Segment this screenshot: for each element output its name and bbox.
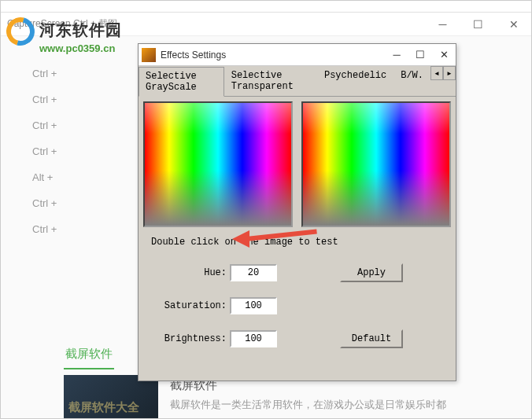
shortcut-item: Alt + xyxy=(32,171,57,183)
thumbnail-title: 截屏软件大全 xyxy=(68,400,139,415)
dialog-minimize-button[interactable]: ─ xyxy=(385,46,408,64)
saturation-label: Saturation: xyxy=(151,300,230,311)
watermark-logo-icon xyxy=(6,17,35,46)
tab-scroll-arrows: ◄ ► xyxy=(430,66,456,96)
shortcut-item: Ctrl + xyxy=(32,68,57,79)
dialog-title: Effects Settings xyxy=(161,50,385,61)
tab-selective-transparent[interactable]: Selective Transparent xyxy=(224,66,317,96)
dialog-controls: ─ ☐ ✕ xyxy=(385,46,456,64)
hue-row: Hue: Apply xyxy=(151,263,443,282)
default-button[interactable]: Default xyxy=(340,329,403,348)
tab-selective-grayscale[interactable]: Selective GrayScale xyxy=(139,67,224,97)
thumbnail-description: 截屏软件 截屏软件是一类生活常用软件，在游戏办公或是日常娱乐时都 xyxy=(170,375,531,418)
effects-settings-dialog: Effects Settings ─ ☐ ✕ Selective GraySca… xyxy=(138,43,456,381)
color-panels xyxy=(143,101,451,227)
watermark-cn: 河东软件园 xyxy=(39,20,122,41)
watermark-text: 河东软件园 www.pc0359.cn xyxy=(39,20,122,54)
brightness-row: Brightness: Default xyxy=(151,329,443,348)
tab-scroll-left-icon[interactable]: ◄ xyxy=(430,66,443,80)
saturation-row: Saturation: xyxy=(151,296,443,315)
shortcut-list: Ctrl + Ctrl + Ctrl + Ctrl + Alt + Ctrl +… xyxy=(32,52,57,235)
close-button[interactable]: ✕ xyxy=(496,13,531,36)
hue-label: Hue: xyxy=(151,267,230,278)
minimize-button[interactable]: ─ xyxy=(425,13,460,36)
dialog-tabs: Selective GrayScale Selective Transparen… xyxy=(139,66,456,97)
dialog-close-button[interactable]: ✕ xyxy=(432,46,456,64)
shortcut-item: Ctrl + xyxy=(32,94,57,105)
hue-input[interactable] xyxy=(230,264,277,281)
thumbnail-image[interactable]: 截屏软件大全 xyxy=(64,375,158,418)
form-rows: Hue: Apply Saturation: Brightness: Defau… xyxy=(143,263,451,348)
shortcut-item: Ctrl + xyxy=(32,197,57,209)
annotation-arrow-icon xyxy=(232,231,319,247)
shortcut-item: Ctrl + xyxy=(32,223,57,235)
brightness-input[interactable] xyxy=(230,330,277,347)
tab-screenshot-software[interactable]: 截屏软件 xyxy=(64,340,114,369)
color-panel-left[interactable] xyxy=(143,101,293,227)
apply-button[interactable]: Apply xyxy=(340,263,403,282)
tab-scroll-right-icon[interactable]: ► xyxy=(443,66,456,80)
brightness-label: Brightness: xyxy=(151,333,230,344)
dialog-titlebar[interactable]: Effects Settings ─ ☐ ✕ xyxy=(139,44,456,66)
window-controls: ─ ☐ ✕ xyxy=(425,13,531,36)
tab-psychedelic[interactable]: Psychedelic xyxy=(317,66,393,96)
dialog-maximize-button[interactable]: ☐ xyxy=(408,46,432,64)
tab-bw[interactable]: B/W. xyxy=(393,66,430,96)
watermark-url: www.pc0359.cn xyxy=(39,42,122,54)
color-panel-right[interactable] xyxy=(301,101,451,227)
maximize-button[interactable]: ☐ xyxy=(460,13,496,36)
bottom-section: 截屏软件大全 截屏软件 截屏软件是一类生活常用软件，在游戏办公或是日常娱乐时都 xyxy=(64,375,531,418)
saturation-input[interactable] xyxy=(230,297,277,314)
shortcut-item: Ctrl + xyxy=(32,145,57,157)
dialog-icon xyxy=(142,48,156,62)
desc-text: 截屏软件是一类生活常用软件，在游戏办公或是日常娱乐时都 xyxy=(170,398,531,412)
shortcut-item: Ctrl + xyxy=(32,119,57,131)
